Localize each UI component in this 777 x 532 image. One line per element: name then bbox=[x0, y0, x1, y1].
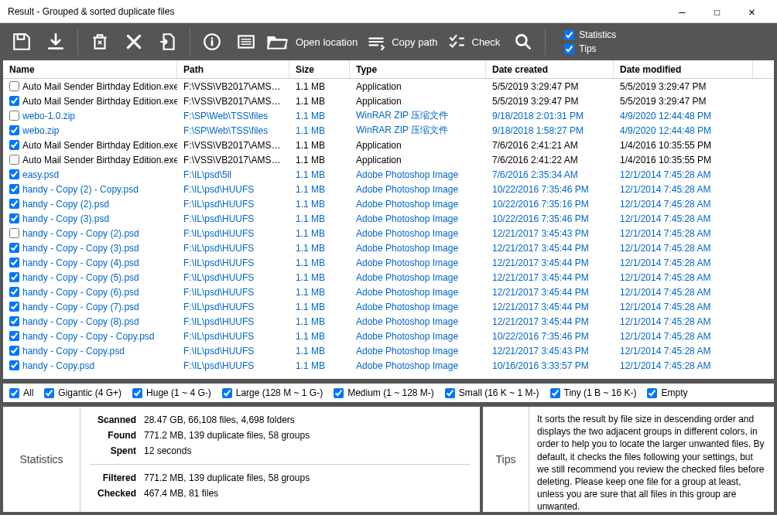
cell-type: Adobe Photoshop Image bbox=[350, 199, 486, 210]
check-button[interactable]: Check bbox=[446, 26, 505, 57]
row-checkbox[interactable] bbox=[9, 199, 19, 209]
column-name[interactable]: Name bbox=[3, 60, 177, 78]
filter-large[interactable]: Large (128 M ~ 1 G-) bbox=[222, 387, 323, 398]
cell-created: 12/21/2017 3:45:44 PM bbox=[486, 243, 614, 254]
cell-size: 1.1 MB bbox=[289, 213, 350, 224]
table-row[interactable]: handy - Copy - Copy - Copy.psdF:\IL\psd\… bbox=[3, 329, 774, 343]
move-icon[interactable] bbox=[152, 26, 183, 57]
table-row[interactable]: handy - Copy - Copy (8).psdF:\IL\psd\HUU… bbox=[3, 314, 774, 329]
cell-name: handy - Copy - Copy - Copy.psd bbox=[22, 331, 155, 342]
row-checkbox[interactable] bbox=[9, 257, 19, 268]
filter-all[interactable]: All bbox=[9, 387, 33, 398]
row-checkbox[interactable] bbox=[9, 125, 19, 135]
download-icon[interactable] bbox=[40, 26, 71, 57]
table-row[interactable]: handy - Copy - Copy (6).psdF:\IL\psd\HUU… bbox=[3, 285, 774, 299]
table-row[interactable]: webo-1.0.zipF:\SP\Web\TSS\files1.1 MBWin… bbox=[3, 108, 774, 123]
info-icon[interactable] bbox=[197, 26, 228, 57]
titlebar: Result - Grouped & sorted duplicate file… bbox=[0, 0, 777, 23]
stat-checked-value: 467.4 MB, 81 files bbox=[144, 488, 218, 499]
cell-path: F:\IL\psd\HUUFS bbox=[177, 360, 289, 371]
row-checkbox[interactable] bbox=[9, 169, 19, 179]
filter-gigantic[interactable]: Gigantic (4 G+) bbox=[44, 387, 122, 398]
result-table: Name Path Size Type Date created Date mo… bbox=[0, 60, 777, 382]
cell-modified: 12/1/2014 7:45:28 AM bbox=[614, 169, 753, 180]
row-checkbox[interactable] bbox=[9, 140, 19, 150]
minimize-button[interactable]: — bbox=[665, 0, 700, 22]
row-checkbox[interactable] bbox=[9, 228, 19, 238]
cell-size: 1.1 MB bbox=[289, 199, 350, 210]
cell-size: 1.1 MB bbox=[289, 257, 350, 268]
close-button[interactable]: ✕ bbox=[734, 0, 769, 22]
row-checkbox[interactable] bbox=[9, 346, 19, 356]
column-type[interactable]: Type bbox=[350, 60, 486, 78]
stat-scanned-label: Scanned bbox=[90, 414, 136, 425]
filter-medium[interactable]: Medium (1 ~ 128 M-) bbox=[334, 387, 434, 398]
filter-small[interactable]: Small (16 K ~ 1 M-) bbox=[445, 387, 539, 398]
cell-name: Auto Mail Sender Birthday Edition.exe bbox=[22, 155, 177, 165]
cell-created: 5/5/2019 3:29:47 PM bbox=[486, 81, 614, 92]
cell-path: F:\IL\psd\5ll bbox=[177, 169, 289, 180]
table-row[interactable]: handy - Copy (3).psdF:\IL\psd\HUUFS1.1 M… bbox=[3, 211, 774, 226]
cell-name: webo-1.0.zip bbox=[22, 111, 75, 121]
cell-created: 9/18/2018 2:01:31 PM bbox=[486, 111, 614, 121]
table-row[interactable]: handy - Copy - Copy (7).psdF:\IL\psd\HUU… bbox=[3, 299, 774, 314]
row-checkbox[interactable] bbox=[9, 360, 19, 370]
table-row[interactable]: Auto Mail Sender Birthday Edition.exeF:\… bbox=[3, 94, 774, 108]
filter-huge[interactable]: Huge (1 ~ 4 G-) bbox=[132, 387, 211, 398]
table-row[interactable]: easy.psdF:\IL\psd\5ll1.1 MBAdobe Photosh… bbox=[3, 167, 774, 182]
column-created[interactable]: Date created bbox=[486, 60, 614, 78]
row-checkbox[interactable] bbox=[9, 111, 19, 121]
row-checkbox[interactable] bbox=[9, 81, 19, 91]
delete-icon[interactable] bbox=[118, 26, 149, 57]
row-checkbox[interactable] bbox=[9, 96, 19, 106]
search-icon[interactable] bbox=[508, 26, 539, 57]
table-row[interactable]: Auto Mail Sender Birthday Edition.exeF:\… bbox=[3, 152, 774, 167]
row-checkbox[interactable] bbox=[9, 302, 19, 312]
copy-path-button[interactable]: Copy path bbox=[365, 26, 442, 57]
row-checkbox[interactable] bbox=[9, 316, 19, 326]
cell-modified: 1/4/2016 10:35:55 PM bbox=[614, 155, 753, 165]
row-checkbox[interactable] bbox=[9, 331, 19, 341]
cell-name: easy.psd bbox=[22, 169, 59, 180]
table-row[interactable]: handy - Copy - Copy (4).psdF:\IL\psd\HUU… bbox=[3, 255, 774, 270]
table-row[interactable]: webo.zipF:\SP\Web\TSS\files1.1 MBWinRAR … bbox=[3, 123, 774, 138]
column-path[interactable]: Path bbox=[177, 60, 289, 78]
cell-name: Auto Mail Sender Birthday Edition.exe bbox=[22, 96, 177, 107]
table-row[interactable]: handy - Copy - Copy (2).psdF:\IL\psd\HUU… bbox=[3, 226, 774, 240]
open-location-button[interactable]: Open location bbox=[265, 26, 362, 57]
table-row[interactable]: handy - Copy (2) - Copy.psdF:\IL\psd\HUU… bbox=[3, 182, 774, 196]
row-checkbox[interactable] bbox=[9, 213, 19, 223]
row-checkbox[interactable] bbox=[9, 155, 19, 165]
filter-tiny[interactable]: Tiny (1 B ~ 16 K-) bbox=[550, 387, 637, 398]
save-icon[interactable] bbox=[6, 26, 37, 57]
row-checkbox[interactable] bbox=[9, 184, 19, 194]
column-size[interactable]: Size bbox=[289, 60, 350, 78]
column-modified[interactable]: Date modified bbox=[614, 60, 753, 78]
cell-type: Adobe Photoshop Image bbox=[350, 213, 486, 224]
table-row[interactable]: handy - Copy - Copy (5).psdF:\IL\psd\HUU… bbox=[3, 270, 774, 285]
table-row[interactable]: handy - Copy (2).psdF:\IL\psd\HUUFS1.1 M… bbox=[3, 196, 774, 211]
statistics-toggle[interactable]: Statistics bbox=[564, 29, 616, 40]
row-checkbox[interactable] bbox=[9, 287, 19, 297]
cell-name: handy - Copy - Copy (2).psd bbox=[22, 228, 139, 239]
table-row[interactable]: handy - Copy.psdF:\IL\psd\HUUFS1.1 MBAdo… bbox=[3, 358, 774, 373]
cell-name: handy - Copy - Copy (3).psd bbox=[22, 243, 139, 254]
filter-empty[interactable]: Empty bbox=[647, 387, 687, 398]
tips-title: Tips bbox=[483, 407, 529, 512]
row-checkbox[interactable] bbox=[9, 272, 19, 282]
row-checkbox[interactable] bbox=[9, 243, 19, 253]
cell-modified: 12/1/2014 7:45:28 AM bbox=[614, 316, 753, 327]
table-row[interactable]: Auto Mail Sender Birthday Edition.exeF:\… bbox=[3, 138, 774, 152]
table-row[interactable]: handy - Copy - Copy.psdF:\IL\psd\HUUFS1.… bbox=[3, 343, 774, 358]
table-row[interactable]: Auto Mail Sender Birthday Edition.exeF:\… bbox=[3, 79, 774, 94]
maximize-button[interactable]: ☐ bbox=[700, 0, 734, 22]
cell-type: Adobe Photoshop Image bbox=[350, 169, 486, 180]
select-all-icon[interactable] bbox=[231, 26, 262, 57]
cell-created: 7/6/2016 2:35:34 AM bbox=[486, 169, 614, 180]
cell-created: 10/22/2016 7:35:46 PM bbox=[486, 184, 614, 195]
cell-size: 1.1 MB bbox=[289, 96, 350, 107]
cell-created: 9/18/2018 1:58:27 PM bbox=[486, 125, 614, 136]
recycle-icon[interactable] bbox=[84, 26, 115, 57]
tips-toggle[interactable]: Tips bbox=[564, 43, 616, 54]
table-row[interactable]: handy - Copy - Copy (3).psdF:\IL\psd\HUU… bbox=[3, 240, 774, 255]
